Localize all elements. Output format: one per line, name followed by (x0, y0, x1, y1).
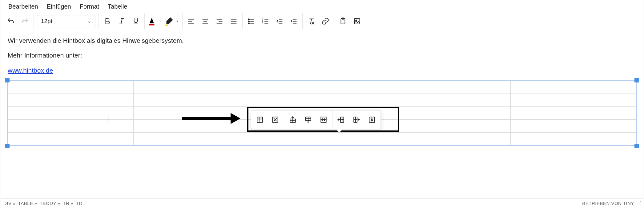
svg-text:3: 3 (262, 22, 263, 24)
paragraph[interactable]: Mehr Informationen unter: (8, 51, 636, 60)
svg-rect-40 (354, 18, 360, 24)
color-group (145, 13, 183, 29)
align-center-button[interactable] (199, 14, 212, 28)
bold-button[interactable] (101, 14, 114, 28)
table-properties-button[interactable] (252, 112, 267, 127)
menu-insert[interactable]: Einfügen (42, 1, 75, 13)
bullet-list-button[interactable] (244, 14, 258, 28)
link-button[interactable] (319, 14, 332, 28)
resize-grip-icon[interactable]: ⋰ (637, 200, 641, 206)
toolbar: 12pt 123 (1, 13, 643, 29)
misc-group (303, 13, 334, 29)
paragraph[interactable]: Wir verwenden die Hintbox als digitales … (8, 36, 636, 45)
row-insert-after-button[interactable] (301, 112, 316, 127)
resize-handle-icon[interactable] (5, 78, 10, 82)
align-right-button[interactable] (213, 14, 226, 28)
table-context-toolbar (251, 110, 381, 129)
editor-container: Bearbeiten Einfügen Format Tabelle 12pt (1, 0, 643, 208)
col-delete-button[interactable] (364, 112, 379, 127)
svg-point-18 (248, 18, 249, 19)
path-segment[interactable]: TABLE (18, 201, 33, 206)
textstyle-group (99, 13, 145, 29)
paste-button[interactable] (336, 14, 350, 28)
annotation-arrow-icon (182, 116, 240, 120)
clear-formatting-button[interactable] (304, 14, 318, 28)
align-group (183, 13, 243, 29)
svg-point-41 (356, 20, 356, 21)
col-insert-after-button[interactable] (349, 112, 364, 127)
path-segment[interactable]: DIV (3, 201, 12, 206)
path-segment[interactable]: TBODY (40, 201, 56, 206)
col-insert-before-button[interactable] (334, 112, 348, 127)
resize-handle-icon[interactable] (5, 144, 10, 148)
table-delete-button[interactable] (268, 112, 283, 127)
align-justify-button[interactable] (227, 14, 240, 28)
path-sep: » (12, 201, 17, 206)
fontsize-value: 12pt (41, 18, 52, 25)
text-color-button[interactable] (147, 14, 163, 28)
path-sep: » (69, 201, 74, 206)
highlight-color-button[interactable] (164, 14, 180, 28)
path-sep: » (33, 201, 38, 206)
outdent-button[interactable] (273, 14, 286, 28)
underline-button[interactable] (129, 14, 143, 28)
svg-rect-42 (257, 117, 262, 122)
row-insert-before-button[interactable] (285, 112, 300, 127)
svg-line-0 (121, 18, 122, 24)
history-group (2, 13, 34, 29)
italic-button[interactable] (115, 14, 128, 28)
menu-edit[interactable]: Bearbeiten (4, 1, 42, 13)
chevron-down-icon (87, 19, 91, 23)
resize-handle-icon[interactable] (634, 144, 639, 148)
content-link[interactable]: www.hintbox.de (8, 67, 53, 74)
svg-point-20 (248, 22, 249, 23)
fontsize-group: 12pt (34, 13, 99, 29)
editor-content[interactable]: Wir verwenden die Hintbox als digitales … (1, 29, 643, 198)
statusbar: DIV» TABLE» TBODY» TR» TD BETRIEBEN VON … (1, 198, 643, 208)
image-button[interactable] (350, 14, 364, 28)
menu-format[interactable]: Format (75, 1, 103, 13)
align-left-button[interactable] (184, 14, 198, 28)
element-path[interactable]: DIV» TABLE» TBODY» TR» TD (3, 201, 83, 206)
branding-label[interactable]: BETRIEBEN VON TINY (582, 201, 634, 206)
row-delete-button[interactable] (316, 112, 331, 127)
list-group: 123 (243, 13, 303, 29)
path-segment[interactable]: TD (76, 201, 83, 206)
menubar: Bearbeiten Einfügen Format Tabelle (1, 0, 643, 13)
svg-point-19 (248, 21, 249, 22)
undo-button[interactable] (4, 14, 18, 28)
fontsize-select[interactable]: 12pt (37, 15, 95, 27)
numbered-list-button[interactable]: 123 (259, 14, 272, 28)
resize-handle-icon[interactable] (634, 78, 639, 82)
indent-button[interactable] (287, 14, 300, 28)
menu-table[interactable]: Tabelle (103, 1, 131, 13)
redo-button[interactable] (18, 14, 32, 28)
path-sep: » (56, 201, 62, 206)
insert-group (334, 13, 366, 29)
text-caret (108, 115, 108, 123)
path-segment[interactable]: TR (63, 201, 69, 206)
